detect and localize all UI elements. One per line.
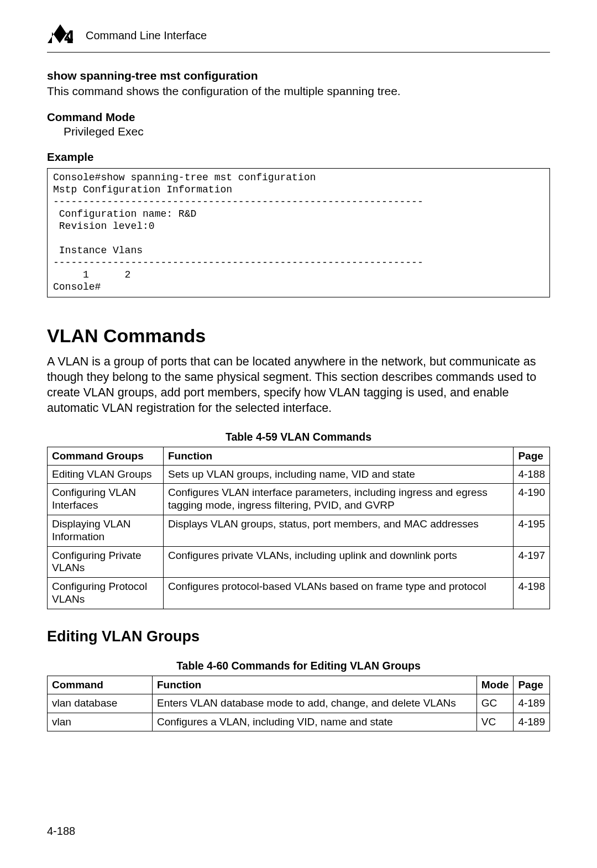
- th-function: Function: [153, 676, 477, 694]
- example-label: Example: [47, 150, 550, 164]
- table-459-caption: Table 4-59 VLAN Commands: [47, 431, 550, 443]
- table-460-caption: Table 4-60 Commands for Editing VLAN Gro…: [47, 660, 550, 672]
- table-row: Configuring Protocol VLANs Configures pr…: [48, 578, 550, 609]
- cell: 4-189: [514, 713, 550, 731]
- example-code-block: Console#show spanning-tree mst configura…: [47, 168, 550, 297]
- cell: 4-195: [514, 515, 550, 546]
- cell: Configuring Private VLANs: [48, 546, 164, 578]
- cell: 4-197: [514, 546, 550, 578]
- cell: Displays VLAN groups, status, port membe…: [164, 515, 514, 546]
- cell: vlan: [48, 713, 153, 731]
- cell: VC: [476, 713, 514, 731]
- cell: Configures a VLAN, including VID, name a…: [153, 713, 477, 731]
- editing-vlan-groups-table: Command Function Mode Page vlan database…: [47, 676, 550, 732]
- command-mode-label: Command Mode: [47, 111, 550, 124]
- cell: 4-190: [514, 484, 550, 515]
- cell: Enters VLAN database mode to add, change…: [153, 694, 477, 713]
- cell: Configures private VLANs, including upli…: [164, 546, 514, 578]
- table-row: Displaying VLAN Information Displays VLA…: [48, 515, 550, 546]
- cell: Configuring Protocol VLANs: [48, 578, 164, 609]
- table-row: Configuring VLAN Interfaces Configures V…: [48, 484, 550, 515]
- vlan-commands-title: VLAN Commands: [47, 325, 550, 347]
- header-title: Command Line Interface: [86, 29, 207, 42]
- cell: Sets up VLAN groups, including name, VID…: [164, 465, 514, 484]
- th-mode: Mode: [476, 676, 514, 694]
- page: 4 Command Line Interface show spanning-t…: [0, 0, 597, 868]
- th-function: Function: [164, 447, 514, 465]
- command-mode-value: Privileged Exec: [64, 125, 550, 138]
- th-page: Page: [514, 676, 550, 694]
- cell: vlan database: [48, 694, 153, 713]
- vlan-commands-table: Command Groups Function Page Editing VLA…: [47, 447, 550, 609]
- command-description: This command shows the configuration of …: [47, 83, 550, 98]
- page-number: 4-188: [47, 825, 75, 838]
- table-row: Editing VLAN Groups Sets up VLAN groups,…: [48, 465, 550, 484]
- cell: 4-189: [514, 694, 550, 713]
- command-heading: show spanning-tree mst configuration: [47, 69, 550, 82]
- vlan-intro-paragraph: A VLAN is a group of ports that can be l…: [47, 354, 550, 416]
- table-row: vlan Configures a VLAN, including VID, n…: [48, 713, 550, 731]
- cell: Displaying VLAN Information: [48, 515, 164, 546]
- table-header-row: Command Function Mode Page: [48, 676, 550, 694]
- editing-vlan-groups-heading: Editing VLAN Groups: [47, 628, 550, 645]
- cell: Editing VLAN Groups: [48, 465, 164, 484]
- page-header: 4 Command Line Interface: [47, 22, 550, 53]
- th-page: Page: [514, 447, 550, 465]
- cell: Configuring VLAN Interfaces: [48, 484, 164, 515]
- chapter-number-icon: 4: [47, 22, 74, 46]
- table-header-row: Command Groups Function Page: [48, 447, 550, 465]
- cell: Configures protocol-based VLANs based on…: [164, 578, 514, 609]
- cell: GC: [476, 694, 514, 713]
- cell: 4-198: [514, 578, 550, 609]
- table-row: vlan database Enters VLAN database mode …: [48, 694, 550, 713]
- table-row: Configuring Private VLANs Configures pri…: [48, 546, 550, 578]
- th-command-groups: Command Groups: [48, 447, 164, 465]
- cell: 4-188: [514, 465, 550, 484]
- th-command: Command: [48, 676, 153, 694]
- cell: Configures VLAN interface parameters, in…: [164, 484, 514, 515]
- chapter-number-glyph: 4: [64, 26, 73, 46]
